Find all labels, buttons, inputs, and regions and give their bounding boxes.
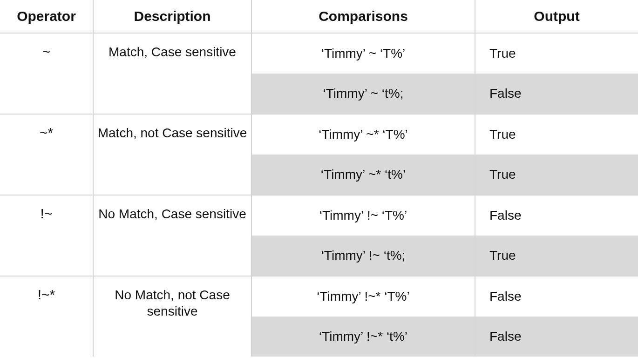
table-row: ~* Match, not Case sensitive ‘Timmy’ ~* … [0, 114, 638, 195]
output-value: False [475, 74, 638, 114]
cell-comparisons: ‘Timmy’ ~ ‘T%’ ‘Timmy’ ~ ‘t%; [251, 33, 475, 114]
header-comparisons: Comparisons [251, 0, 475, 33]
comparison-value: ‘Timmy’ ~ ‘T%’ [252, 34, 475, 74]
cell-operator: !~ [0, 195, 93, 276]
output-value: True [475, 236, 638, 276]
header-description: Description [93, 0, 251, 33]
output-value: True [475, 34, 638, 74]
table-header-row: Operator Description Comparisons Output [0, 0, 638, 33]
comparison-value: ‘Timmy’ ~ ‘t%; [252, 74, 475, 114]
table-row: !~* No Match, not Case sensitive ‘Timmy’… [0, 276, 638, 357]
comparison-value: ‘Timmy’ ~* ‘t%’ [252, 155, 475, 195]
cell-output: True False [475, 33, 638, 114]
output-value: False [475, 317, 638, 357]
cell-description: Match, not Case sensitive [93, 114, 251, 195]
cell-output: False False [475, 276, 638, 357]
output-value: False [475, 276, 638, 317]
cell-operator: ~ [0, 33, 93, 114]
table-row: ~ Match, Case sensitive ‘Timmy’ ~ ‘T%’ ‘… [0, 33, 638, 114]
comparison-value: ‘Timmy’ !~* ‘t%’ [252, 317, 475, 357]
output-value: True [475, 115, 638, 155]
cell-operator: !~* [0, 276, 93, 357]
comparison-value: ‘Timmy’ !~ ‘T%’ [252, 195, 475, 236]
header-output: Output [475, 0, 638, 33]
header-operator: Operator [0, 0, 93, 33]
cell-comparisons: ‘Timmy’ !~* ‘T%’ ‘Timmy’ !~* ‘t%’ [251, 276, 475, 357]
comparison-value: ‘Timmy’ !~* ‘T%’ [252, 276, 475, 317]
cell-description: No Match, Case sensitive [93, 195, 251, 276]
output-value: False [475, 195, 638, 236]
operators-table: Operator Description Comparisons Output … [0, 0, 638, 357]
output-value: True [475, 155, 638, 195]
cell-output: False True [475, 195, 638, 276]
cell-description: No Match, not Case sensitive [93, 276, 251, 357]
comparison-value: ‘Timmy’ ~* ‘T%’ [252, 115, 475, 155]
cell-comparisons: ‘Timmy’ ~* ‘T%’ ‘Timmy’ ~* ‘t%’ [251, 114, 475, 195]
cell-comparisons: ‘Timmy’ !~ ‘T%’ ‘Timmy’ !~ ‘t%; [251, 195, 475, 276]
cell-description: Match, Case sensitive [93, 33, 251, 114]
cell-operator: ~* [0, 114, 93, 195]
table-row: !~ No Match, Case sensitive ‘Timmy’ !~ ‘… [0, 195, 638, 276]
cell-output: True True [475, 114, 638, 195]
comparison-value: ‘Timmy’ !~ ‘t%; [252, 236, 475, 276]
